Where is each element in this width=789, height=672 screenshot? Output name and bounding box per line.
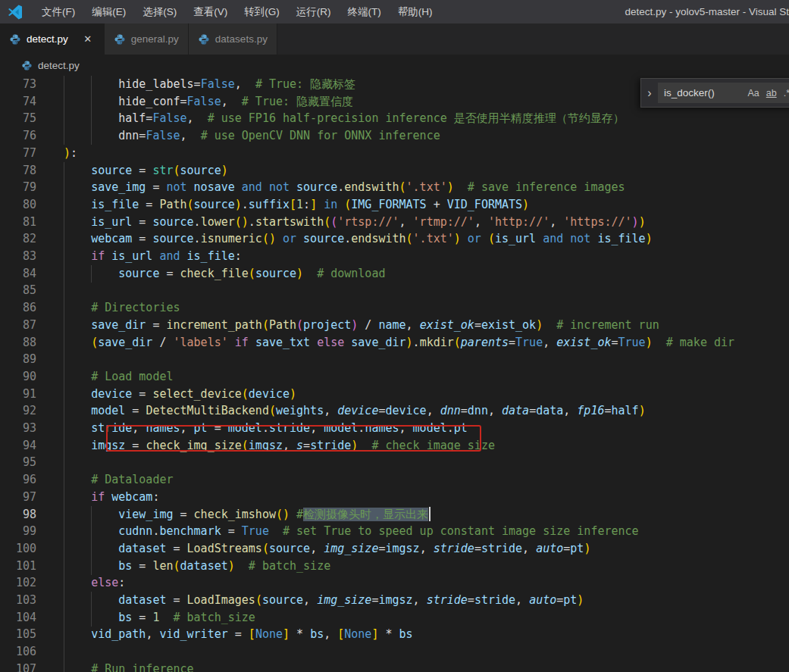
code-text: is_url = source.lower().startswith(('rts… (64, 214, 646, 231)
code-line-75[interactable]: 75 half=False, # use FP16 half-precision… (0, 110, 789, 127)
menu-item-4[interactable]: 转到(G) (236, 0, 288, 23)
menu-item-2[interactable]: 选择(S) (134, 0, 185, 23)
code-line-83[interactable]: 83 if is_url and is_file: (0, 248, 789, 265)
menu-item-3[interactable]: 查看(V) (185, 0, 236, 23)
code-text: webcam = source.isnumeric() or source.en… (64, 230, 653, 248)
code-line-86[interactable]: 86 # Directories (0, 299, 789, 317)
line-number: 92 (0, 402, 36, 420)
code-line-95[interactable]: 95 (0, 454, 789, 471)
code-editor[interactable]: 73 hide_labels=False, # True: 隐藏标签74 hid… (0, 76, 789, 672)
code-line-98[interactable]: 98 view_img = check_imshow() #检测摄像头时，显示出… (0, 506, 789, 524)
find-input[interactable]: is_docker() Aa ab .* (658, 83, 789, 103)
vscode-logo-icon (8, 5, 23, 20)
code-line-79[interactable]: 79 save_img = not nosave and not source.… (0, 179, 789, 196)
line-number: 94 (0, 437, 36, 455)
code-line-106[interactable]: 106 (0, 643, 789, 661)
code-text: save_dir = increment_path(Path(project) … (64, 317, 659, 334)
match-case-icon[interactable]: Aa (747, 88, 759, 98)
code-text: dataset = LoadImages(source, img_size=im… (64, 592, 584, 609)
title-bar: 文件(F)编辑(E)选择(S)查看(V)转到(G)运行(R)终端(T)帮助(H)… (0, 0, 789, 23)
code-line-96[interactable]: 96 # Dataloader (0, 471, 789, 489)
code-line-77[interactable]: 77): (0, 145, 789, 162)
code-line-90[interactable]: 90 # Load model (0, 368, 789, 386)
line-number: 95 (0, 454, 36, 471)
code-line-76[interactable]: 76 dnn=False, # use OpenCV DNN for ONNX … (0, 127, 789, 145)
python-icon (9, 33, 21, 45)
tab-label: datasets.py (215, 33, 268, 45)
code-line-82[interactable]: 82 webcam = source.isnumeric() or source… (0, 230, 789, 248)
code-line-78[interactable]: 78 source = str(source) (0, 162, 789, 180)
code-line-101[interactable]: 101 bs = len(dataset) # batch_size (0, 558, 789, 575)
code-text: # Load model (64, 368, 174, 386)
code-line-84[interactable]: 84 source = check_file(source) # downloa… (0, 265, 789, 283)
code-text: bs = len(dataset) # batch_size (64, 558, 330, 575)
line-number: 87 (0, 317, 36, 334)
code-text: source = check_file(source) # download (64, 265, 385, 283)
annotation-box (106, 425, 481, 452)
code-line-99[interactable]: 99 cudnn.benchmark = True # set True to … (0, 523, 789, 540)
close-icon[interactable]: ✕ (81, 33, 95, 45)
find-toggles: Aa ab .* (741, 88, 789, 98)
code-line-105[interactable]: 105 vid_path, vid_writer = [None] * bs, … (0, 626, 789, 643)
menu-item-6[interactable]: 终端(T) (340, 0, 390, 23)
code-line-103[interactable]: 103 dataset = LoadImages(source, img_siz… (0, 592, 789, 609)
code-line-80[interactable]: 80 is_file = Path(source).suffix[1:] in … (0, 196, 789, 214)
tab-general.py[interactable]: general.py (105, 23, 189, 55)
menu-item-7[interactable]: 帮助(H) (390, 0, 441, 23)
window-title: detect.py - yolov5-master - Visual St (625, 0, 789, 23)
line-number: 99 (0, 523, 36, 540)
code-text: device = select_device(device) (64, 386, 296, 403)
code-text: # Run inference (64, 661, 194, 672)
line-number: 86 (0, 299, 36, 317)
code-line-107[interactable]: 107 # Run inference (0, 661, 789, 672)
line-number: 105 (0, 626, 36, 643)
code-line-104[interactable]: 104 bs = 1 # batch_size (0, 609, 789, 627)
code-line-102[interactable]: 102 else: (0, 574, 789, 592)
line-number: 78 (0, 162, 36, 180)
menu-item-1[interactable]: 编辑(E) (83, 0, 134, 23)
line-number: 93 (0, 420, 36, 437)
code-text: bs = 1 # batch_size (64, 609, 255, 627)
line-number: 85 (0, 282, 36, 299)
line-number: 81 (0, 214, 36, 231)
line-number: 103 (0, 592, 36, 609)
code-text: half=False, # use FP16 half-precision in… (64, 110, 625, 127)
find-query-text: is_docker() (664, 87, 715, 98)
code-line-97[interactable]: 97 if webcam: (0, 489, 789, 506)
code-text: vid_path, vid_writer = [None] * bs, [Non… (64, 626, 413, 643)
python-icon (21, 60, 33, 71)
tab-datasets.py[interactable]: datasets.py (189, 23, 277, 55)
menu-item-5[interactable]: 运行(R) (288, 0, 340, 23)
breadcrumb-label: detect.py (38, 60, 80, 71)
code-line-85[interactable]: 85 (0, 282, 789, 299)
line-number: 73 (0, 76, 36, 93)
code-text: dnn=False, # use OpenCV DNN for ONNX inf… (64, 127, 440, 145)
vscode-window: { "window_title": "detect.py - yolov5-ma… (0, 0, 789, 672)
line-number: 79 (0, 179, 36, 196)
code-line-81[interactable]: 81 is_url = source.lower().startswith(('… (0, 214, 789, 231)
line-number: 89 (0, 351, 36, 368)
code-text: model = DetectMultiBackend(weights, devi… (64, 402, 646, 420)
code-line-91[interactable]: 91 device = select_device(device) (0, 386, 789, 403)
code-line-88[interactable]: 88 (save_dir / 'labels' if save_txt else… (0, 334, 789, 352)
code-line-100[interactable]: 100 dataset = LoadStreams(source, img_si… (0, 540, 789, 558)
code-text: # Dataloader (64, 471, 174, 489)
line-number: 75 (0, 110, 36, 127)
code-text (64, 454, 91, 471)
menu-bar: 文件(F)编辑(E)选择(S)查看(V)转到(G)运行(R)终端(T)帮助(H) (33, 0, 441, 23)
menu-item-0[interactable]: 文件(F) (33, 0, 83, 23)
code-line-87[interactable]: 87 save_dir = increment_path(Path(projec… (0, 317, 789, 334)
tab-detect.py[interactable]: detect.py✕ (0, 23, 105, 55)
chevron-right-icon[interactable]: › (641, 86, 658, 100)
code-text: else: (64, 574, 125, 592)
line-number: 97 (0, 489, 36, 506)
code-text: (save_dir / 'labels' if save_txt else sa… (64, 334, 734, 352)
breadcrumb[interactable]: detect.py (0, 55, 789, 76)
regex-icon[interactable]: .* (784, 88, 789, 98)
text-cursor (429, 507, 431, 521)
code-line-89[interactable]: 89 (0, 351, 789, 368)
whole-word-icon[interactable]: ab (766, 88, 777, 98)
line-number: 84 (0, 265, 36, 283)
code-text: # Directories (64, 299, 180, 317)
code-line-92[interactable]: 92 model = DetectMultiBackend(weights, d… (0, 402, 789, 420)
